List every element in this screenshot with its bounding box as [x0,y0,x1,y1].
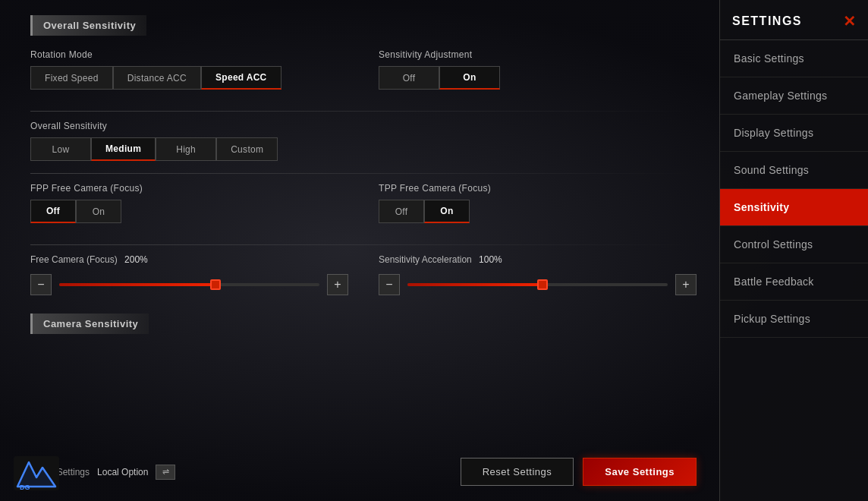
sensitivity-acc-value: 100% [479,254,502,265]
close-button[interactable]: ✕ [843,14,856,29]
sensitivity-adjustment-buttons: Off On [379,66,697,90]
free-camera-track[interactable] [59,283,319,286]
sensitivity-low[interactable]: Low [30,137,91,161]
tpp-camera-label: TPP Free Camera (Focus) [379,183,697,194]
fpp-camera-group: FPP Free Camera (Focus) Off On [30,183,348,223]
action-buttons: Reset Settings Save Settings [461,458,697,486]
tpp-camera-off[interactable]: Off [379,200,424,223]
sidebar-item-control-settings[interactable]: Control Settings [720,226,868,263]
top-settings-grid: Rotation Mode Fixed Speed Distance ACC S… [30,49,697,102]
free-camera-increase[interactable]: + [327,274,348,295]
sensitivity-high[interactable]: High [156,137,216,161]
overall-sensitivity-section: Overall Sensitivity Rotation Mode Fixed … [30,15,697,295]
svg-text:DG: DG [20,484,30,490]
sidebar-header: SETTINGS ✕ [720,0,868,40]
sensitivity-acc-track[interactable] [407,283,668,286]
fpp-camera-label: FPP Free Camera (Focus) [30,183,348,194]
overall-sensitivity-label: Overall Sensitivity [30,121,697,131]
sensitivity-acc-label: Sensitivity Acceleration 100% [379,254,697,265]
tpp-camera-buttons: Off On [379,200,697,223]
divider-2 [30,173,697,174]
rotation-mode-label: Rotation Mode [30,49,348,60]
tpp-camera-on[interactable]: On [424,200,470,223]
free-camera-decrease[interactable]: − [30,274,52,295]
divider-3 [30,244,697,245]
free-camera-slider-row: − + [30,274,348,295]
free-camera-thumb[interactable] [210,279,221,290]
fpp-camera-on[interactable]: On [76,200,121,223]
sensitivity-acc-fill [407,283,542,286]
sensitivity-adjustment-group: Sensitivity Adjustment Off On [379,49,697,90]
sidebar-item-basic-settings[interactable]: Basic Settings [720,40,868,77]
rotation-speed-acc[interactable]: Speed ACC [201,66,281,90]
rotation-mode-group: Rotation Mode Fixed Speed Distance ACC S… [30,49,348,90]
local-option-label: Local Option [97,467,148,477]
free-camera-value: 200% [124,254,148,265]
fpp-camera-off[interactable]: Off [30,200,76,223]
sidebar-item-pickup-settings[interactable]: Pickup Settings [720,301,868,338]
section-header-camera: Camera Sensitivity [30,314,149,334]
sidebar-item-display-settings[interactable]: Display Settings [720,115,868,152]
camera-sensitivity-section: Camera Sensitivity [30,314,697,348]
sidebar-item-sound-settings[interactable]: Sound Settings [720,152,868,189]
section-header-overall: Overall Sensitivity [30,15,146,36]
reset-settings-button[interactable]: Reset Settings [461,458,574,486]
save-settings-button[interactable]: Save Settings [583,458,697,486]
main-container: Overall Sensitivity Rotation Mode Fixed … [0,0,868,501]
free-camera-fill [59,283,215,286]
bottom-bar: Cloud Settings Local Option ⇌ Reset Sett… [30,450,697,486]
right-sidebar: SETTINGS ✕ Basic Settings Gameplay Setti… [719,0,868,501]
sidebar-menu: Basic Settings Gameplay Settings Display… [720,40,868,501]
sensitivity-medium[interactable]: Medium [91,137,156,161]
fpp-camera-buttons: Off On [30,200,348,223]
free-camera-slider-group: Free Camera (Focus) 200% − + [30,254,348,295]
sensitivity-adj-off[interactable]: Off [379,66,439,90]
sensitivity-acc-decrease[interactable]: − [379,274,400,295]
free-camera-label: Free Camera (Focus) 200% [30,254,348,265]
logo-svg: DG [14,456,59,490]
rotation-fixed-speed[interactable]: Fixed Speed [30,66,113,90]
sidebar-item-gameplay-settings[interactable]: Gameplay Settings [720,77,868,115]
overall-sensitivity-buttons: Low Medium High Custom [30,137,697,161]
sensitivity-custom[interactable]: Custom [216,137,278,161]
camera-settings-grid: FPP Free Camera (Focus) Off On TPP Free … [30,183,697,235]
sensitivity-acc-slider-row: − + [379,274,697,295]
sidebar-title: SETTINGS [732,14,802,28]
rotation-distance-acc[interactable]: Distance ACC [113,66,201,90]
logo: DG [14,456,59,490]
overall-sensitivity-group: Overall Sensitivity Low Medium High Cust… [30,121,697,161]
sliders-grid: Free Camera (Focus) 200% − + [30,254,697,295]
sensitivity-adjustment-label: Sensitivity Adjustment [379,49,697,60]
sensitivity-acc-thumb[interactable] [537,279,548,290]
section-title-camera: Camera Sensitivity [43,318,138,329]
left-panel: Overall Sensitivity Rotation Mode Fixed … [0,0,719,501]
sidebar-item-sensitivity[interactable]: Sensitivity [720,189,868,226]
divider-1 [30,111,697,112]
sensitivity-acc-slider-group: Sensitivity Acceleration 100% − + [379,254,697,295]
sensitivity-adj-on[interactable]: On [439,66,500,90]
tpp-camera-group: TPP Free Camera (Focus) Off On [379,183,697,223]
switch-icon[interactable]: ⇌ [156,465,175,480]
section-title-overall: Overall Sensitivity [43,20,136,31]
rotation-mode-buttons: Fixed Speed Distance ACC Speed ACC [30,66,348,90]
sensitivity-acc-increase[interactable]: + [675,274,697,295]
sidebar-item-battle-feedback[interactable]: Battle Feedback [720,263,868,301]
